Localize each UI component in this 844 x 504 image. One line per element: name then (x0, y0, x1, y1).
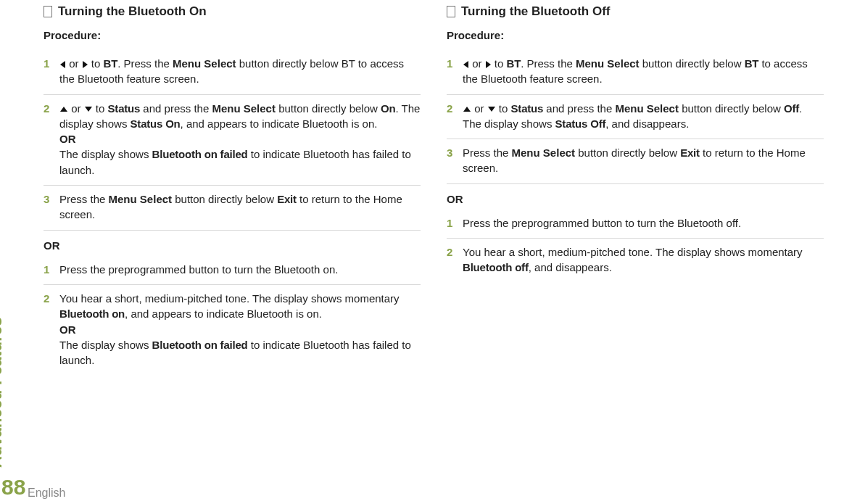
t: button directly below (172, 193, 277, 205)
word-or: or (66, 57, 82, 70)
step-number: 2 (447, 244, 463, 260)
step-text: Press the Menu Select button directly be… (59, 191, 421, 223)
step: 1 Press the preprogrammed button to turn… (44, 256, 421, 285)
step-number: 2 (44, 291, 59, 306)
t: You hear a short, medium-pitched tone. T… (463, 246, 803, 258)
step: 3 Press the Menu Select button directly … (44, 186, 421, 231)
step-text: or to Status and press the Menu Select b… (59, 101, 421, 178)
t: button directly below (640, 57, 745, 70)
page-number: 88 (1, 475, 25, 500)
right-column: Turning the Bluetooth Off Procedure: 1 o… (447, 4, 824, 375)
step: 2 You hear a short, medium-pitched tone.… (44, 285, 421, 375)
step-number: 1 (44, 262, 59, 277)
step-number: 3 (44, 191, 59, 207)
t: button directly below (575, 146, 680, 159)
step: 2 or to Status and press the Menu Select… (447, 95, 824, 140)
step-number: 2 (447, 101, 463, 116)
exit: Exit (680, 146, 700, 159)
bluetooth-off: Bluetooth off (463, 261, 529, 273)
bt: BT (104, 57, 118, 70)
up-arrow-icon (463, 107, 471, 112)
procedure-label-left: Procedure: (44, 29, 421, 41)
t: , and appears to indicate Bluetooth is o… (125, 307, 322, 320)
off: Off (784, 102, 799, 115)
down-arrow-icon (85, 107, 92, 112)
menu-select: Menu Select (212, 102, 276, 115)
or-separator-right: OR (447, 193, 824, 205)
t: to (93, 102, 108, 115)
left-arrow-icon (60, 61, 65, 68)
status-off: Status Off (555, 117, 606, 130)
t: and press the (543, 102, 615, 115)
side-section-label: Advanced Features (0, 317, 6, 468)
t: button directly below (679, 102, 784, 115)
word-or: or (68, 102, 84, 115)
step-text: Press the preprogrammed button to turn t… (463, 215, 824, 231)
step-text: Press the Menu Select button directly be… (463, 145, 824, 176)
t: to (492, 57, 507, 70)
bt-failed: Bluetooth on failed (152, 339, 248, 351)
exit: Exit (277, 193, 297, 205)
on: On (381, 102, 395, 115)
procedure-label-right: Procedure: (447, 29, 824, 41)
heading-right: Turning the Bluetooth Off (447, 4, 824, 19)
t: Press the (59, 193, 109, 205)
status: Status (108, 102, 141, 115)
step-number: 1 (44, 56, 59, 71)
menu-select: Menu Select (512, 146, 576, 159)
step-number: 2 (44, 101, 59, 116)
t: You hear a short, medium-pitched tone. T… (59, 292, 400, 305)
status: Status (511, 102, 544, 115)
t: to (496, 102, 511, 115)
menu-select: Menu Select (173, 57, 236, 70)
t: , and appears to indicate Bluetooth is o… (181, 117, 378, 130)
heading-icon (447, 6, 455, 17)
or-separator-left: OR (44, 239, 421, 252)
menu-select: Menu Select (576, 57, 640, 70)
t: . Press the (117, 57, 173, 70)
up-arrow-icon (60, 107, 67, 112)
bluetooth-on: Bluetooth on (59, 307, 125, 320)
t: , and disappears. (529, 261, 612, 273)
step-number: 1 (447, 56, 463, 71)
bt: BT (507, 57, 521, 70)
bt-failed: Bluetooth on failed (152, 148, 248, 160)
content-columns: Turning the Bluetooth On Procedure: 1 or… (0, 0, 844, 375)
t: The display shows (59, 148, 152, 160)
step-text: or to BT. Press the Menu Select button d… (463, 56, 824, 87)
or-inline: OR (59, 323, 76, 336)
t: and press the (140, 102, 212, 115)
left-arrow-icon (463, 61, 468, 68)
step-text: You hear a short, medium-pitched tone. T… (463, 244, 824, 276)
step-number: 3 (447, 145, 463, 160)
step-number: 1 (447, 215, 463, 231)
step: 2 or to Status and press the Menu Select… (44, 95, 421, 186)
or-inline: OR (59, 133, 76, 145)
menu-select: Menu Select (109, 193, 173, 205)
t: Press the (463, 146, 512, 159)
t: to (88, 57, 104, 70)
page-language: English (28, 487, 65, 500)
menu-select: Menu Select (615, 102, 679, 115)
step: 1 or to BT. Press the Menu Select button… (447, 50, 824, 95)
heading-icon (44, 6, 52, 17)
step-text: Press the preprogrammed button to turn t… (59, 262, 421, 277)
heading-left: Turning the Bluetooth On (44, 4, 421, 19)
down-arrow-icon (488, 107, 495, 112)
step: 2 You hear a short, medium-pitched tone.… (447, 239, 824, 283)
status-on: Status On (131, 117, 181, 130)
step: 1 or to BT. Press the Menu Select button… (44, 50, 421, 95)
t: . Press the (521, 57, 576, 70)
word-or: or (469, 57, 485, 70)
t: The display shows (59, 339, 152, 351)
left-column: Turning the Bluetooth On Procedure: 1 or… (44, 4, 421, 375)
word-or: or (471, 102, 487, 115)
bt: BT (745, 57, 759, 70)
step: 1 Press the preprogrammed button to turn… (447, 210, 824, 239)
step-text: You hear a short, medium-pitched tone. T… (59, 291, 421, 368)
heading-right-text: Turning the Bluetooth Off (461, 4, 611, 19)
right-arrow-icon (486, 61, 491, 68)
heading-left-text: Turning the Bluetooth On (58, 4, 207, 19)
step-text: or to Status and press the Menu Select b… (463, 101, 824, 132)
t: button directly below (276, 102, 381, 115)
